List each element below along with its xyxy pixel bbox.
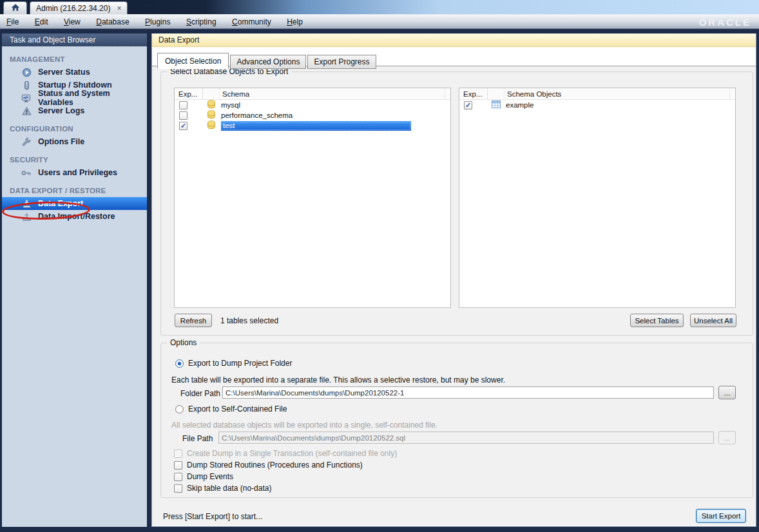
self-contained-radio[interactable] [175, 405, 184, 413]
objects-grid-header: Exp... Schema Objects [459, 88, 735, 100]
schema-grid: Exp... Schema mysql performance_schema ✓ [174, 88, 451, 308]
tab-advanced-options[interactable]: Advanced Options [230, 55, 306, 69]
sidebar-item-label: Server Status [38, 68, 90, 77]
dump-stored-routines-option[interactable]: Dump Stored Routines (Procedures and Fun… [174, 461, 363, 470]
menu-scripting[interactable]: Scripting [180, 15, 223, 29]
section-data-export-restore: DATA EXPORT / RESTORE [10, 187, 147, 195]
tables-selected-status: 1 tables selected [220, 316, 278, 325]
schema-row-mysql[interactable]: mysql [175, 100, 450, 110]
single-transaction-label: Create Dump in a Single Transaction (sel… [187, 449, 397, 458]
schema-row-performance-schema[interactable]: performance_schema [175, 110, 450, 120]
database-icon [207, 100, 216, 110]
folder-path-input[interactable] [222, 386, 714, 399]
wrench-icon [21, 137, 32, 147]
sidebar-item-label: Server Logs [38, 106, 84, 115]
dump-stored-routines-label: Dump Stored Routines (Procedures and Fun… [187, 461, 363, 470]
startup-shutdown-icon [21, 80, 32, 90]
task-object-browser-sidebar: Task and Object Browser MANAGEMENT Serve… [2, 33, 147, 527]
tab-export-progress[interactable]: Export Progress [307, 55, 376, 69]
footer-status-text: Press [Start Export] to start... [163, 512, 262, 521]
home-tab[interactable] [3, 1, 27, 14]
options-group-title: Options [167, 338, 200, 347]
self-contained-description: All selected database objects will be ex… [171, 421, 437, 430]
sidebar-item-options-file[interactable]: Options File [2, 135, 147, 148]
server-status-icon [21, 67, 32, 77]
select-tables-button[interactable]: Select Tables [630, 314, 684, 327]
menu-help[interactable]: Help [280, 15, 309, 29]
column-schema-objects[interactable]: Schema Objects [504, 88, 730, 99]
admin-tab[interactable]: Admin (216.22.34.20) × [30, 1, 128, 14]
close-icon[interactable]: × [117, 5, 121, 12]
sidebar-item-server-status[interactable]: Server Status [2, 66, 147, 79]
menu-plugins[interactable]: Plugins [139, 15, 177, 29]
sidebar-item-status-system-variables[interactable]: Status and System Variables [2, 91, 147, 104]
column-icon [203, 88, 220, 99]
schema-name: performance_schema [220, 111, 450, 119]
sidebar-item-label: Startup / Shutdown [38, 81, 112, 90]
skip-table-data-option[interactable]: Skip table data (no-data) [174, 484, 271, 493]
export-checkbox[interactable] [179, 101, 187, 109]
sidebar-title: Task and Object Browser [2, 33, 147, 46]
single-transaction-checkbox [174, 450, 182, 458]
data-export-panel: Data Export Object Selection Advanced Op… [151, 33, 756, 527]
folder-path-label: Folder Path [180, 389, 220, 398]
file-path-input[interactable] [218, 432, 714, 444]
sidebar-item-users-privileges[interactable]: Users and Privileges [2, 166, 147, 179]
export-tabs: Object Selection Advanced Options Export… [157, 53, 378, 69]
object-name: example [504, 101, 735, 109]
admin-tab-label: Admin (216.22.34.20) [36, 4, 110, 13]
export-checkbox[interactable]: ✓ [179, 122, 187, 130]
column-schema[interactable]: Schema [220, 88, 445, 99]
sidebar-item-label: Users and Privileges [38, 168, 117, 177]
mysql-workbench-window: { "window": { "admin_tab": { "label": "A… [0, 0, 759, 532]
refresh-button[interactable]: Refresh [175, 314, 212, 327]
column-export[interactable]: Exp... [459, 88, 488, 99]
database-icon [207, 110, 216, 120]
sidebar-body: MANAGEMENT Server Status Startup / Shutd… [2, 46, 147, 223]
column-export[interactable]: Exp... [175, 88, 203, 99]
export-dump-folder-option[interactable]: Export to Dump Project Folder [175, 359, 292, 368]
panel-title: Data Export [152, 33, 756, 47]
menu-edit[interactable]: Edit [28, 15, 55, 29]
folder-browse-button[interactable]: ... [718, 386, 736, 399]
oracle-logo: ORACLE [699, 17, 751, 28]
schema-objects-grid: Exp... Schema Objects ✓ example [459, 88, 736, 308]
object-selection-page: Select Database Objects to Export Exp...… [152, 66, 756, 526]
dump-folder-description: Each table will be exported into a separ… [171, 375, 505, 385]
window-tab-strip: Admin (216.22.34.20) × [0, 0, 759, 14]
file-browse-button: ... [718, 431, 736, 444]
section-configuration: CONFIGURATION [10, 125, 147, 133]
export-checkbox[interactable] [179, 111, 187, 120]
system-variables-icon [21, 93, 32, 103]
select-objects-group: Select Database Objects to Export Exp...… [160, 71, 753, 336]
dump-folder-radio-label: Export to Dump Project Folder [188, 359, 292, 368]
tab-object-selection[interactable]: Object Selection [157, 53, 229, 69]
unselect-all-button[interactable]: Unselect All [690, 314, 736, 327]
export-self-contained-option[interactable]: Export to Self-Contained File [175, 404, 287, 413]
dump-stored-routines-checkbox[interactable] [174, 461, 182, 470]
object-row-example[interactable]: ✓ example [459, 100, 735, 110]
schema-name-selected: test [221, 121, 411, 131]
database-icon [207, 120, 216, 131]
column-icon [488, 88, 504, 99]
skip-table-data-label: Skip table data (no-data) [187, 484, 271, 493]
home-icon [11, 3, 20, 14]
table-icon [492, 100, 501, 109]
menu-view[interactable]: View [57, 15, 87, 29]
options-group: Options Export to Dump Project Folder Ea… [160, 343, 753, 498]
export-checkbox[interactable]: ✓ [464, 101, 472, 109]
dump-events-checkbox[interactable] [174, 473, 182, 481]
menu-database[interactable]: Database [90, 15, 135, 29]
start-export-button[interactable]: Start Export [696, 509, 746, 523]
single-transaction-option: Create Dump in a Single Transaction (sel… [174, 449, 397, 458]
sidebar-item-label: Status and System Variables [38, 89, 147, 107]
dump-events-option[interactable]: Dump Events [174, 472, 233, 481]
menu-community[interactable]: Community [226, 15, 278, 29]
key-icon [21, 167, 32, 178]
skip-table-data-checkbox[interactable] [174, 484, 182, 493]
dump-events-label: Dump Events [187, 472, 233, 481]
schema-name: mysql [220, 101, 450, 109]
dump-folder-radio[interactable] [175, 359, 184, 368]
schema-row-test-selected[interactable]: ✓ test [175, 120, 450, 131]
menu-file[interactable]: File [0, 15, 25, 29]
